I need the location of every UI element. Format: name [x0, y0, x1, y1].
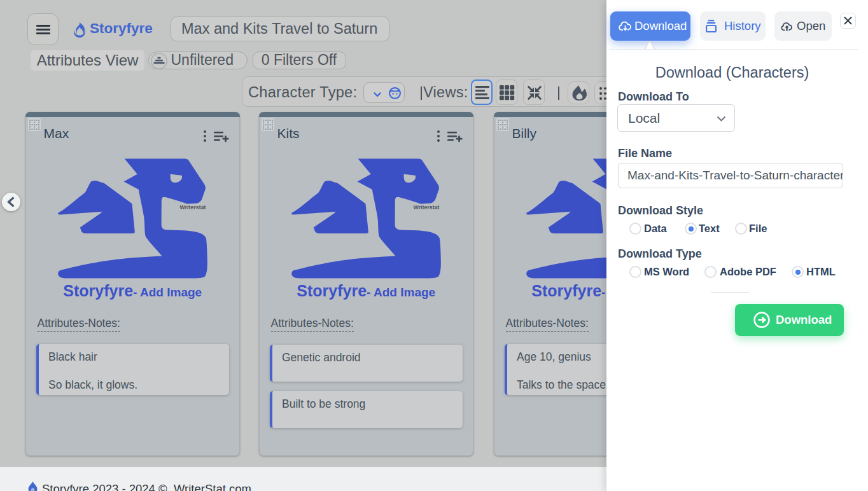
svg-text:Writerstat: Writerstat: [414, 204, 440, 210]
svg-text:Writerstat: Writerstat: [180, 204, 206, 210]
